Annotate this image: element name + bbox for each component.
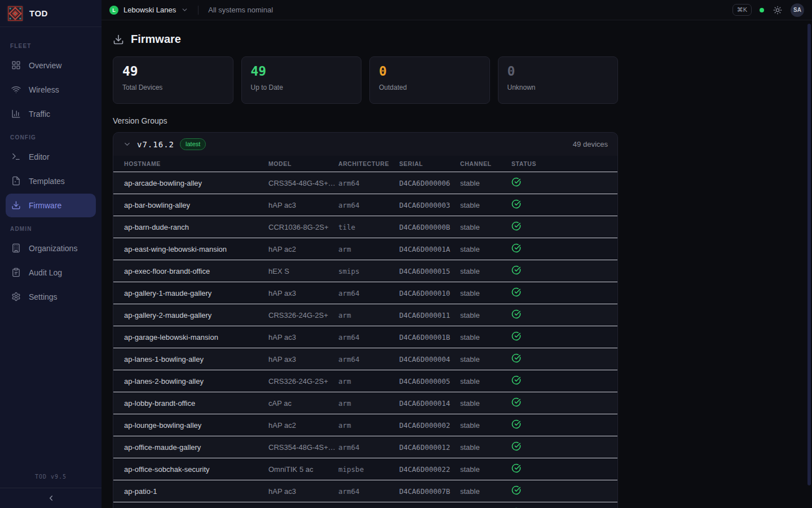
cell-architecture: arm [338,370,399,392]
table-row[interactable]: ap-exec-floor-brandt-officehEX SsmipsD4C… [113,260,617,282]
table-row[interactable]: ap-garage-lebowski-mansionhAP ac3arm64D4… [113,326,617,348]
cell-model: hAP ax3 [268,502,338,508]
cell-architecture: arm64 [338,480,399,502]
table-row[interactable]: ap-bar-bowling-alleyhAP ac3arm64D4CA6D00… [113,194,617,216]
nav-section-label-admin: ADMIN [6,218,96,237]
table-row[interactable]: ap-gallery-2-maude-galleryCRS326-24G-2S+… [113,304,617,326]
cell-serial: D4CA6D000005 [399,370,460,392]
table-row[interactable]: ap-barn-dude-ranchCCR1036-8G-2S+tileD4CA… [113,216,617,238]
table-row[interactable]: ap-office-maude-galleryCRS354-48G-4S+…ar… [113,436,617,458]
sidebar-item-label: Organizations [29,244,77,253]
cell-status [511,172,617,194]
sidebar-item-wireless[interactable]: Wireless [6,78,96,102]
cell-status [511,260,617,282]
cell-serial: D4CA6D000004 [399,348,460,370]
cell-model: CRS326-24G-2S+ [268,370,338,392]
topbar: L Lebowski Lanes All systems nominal ⌘K … [102,0,812,20]
cell-model: hAP ac2 [268,238,338,260]
cell-model: CRS326-24G-2S+ [268,304,338,326]
table-row[interactable]: ap-east-wing-lebowski-mansionhAP ac2armD… [113,238,617,260]
sidebar-item-traffic[interactable]: Traffic [6,102,96,126]
status-ok-icon [511,221,521,231]
device-table-body: ap-arcade-bowling-alleyCRS354-48G-4S+…ar… [113,172,617,508]
cell-status [511,216,617,238]
topbar-divider [198,6,198,15]
sidebar-collapse-button[interactable] [0,488,102,508]
table-row[interactable]: ap-lobby-brandt-officecAP acarmD4CA6D000… [113,392,617,414]
cell-architecture: arm64 [338,502,399,508]
chevron-down-icon[interactable] [123,140,131,148]
cell-hostname: ap-office-sobchak-security [113,458,268,480]
sidebar-item-label: Editor [29,152,50,161]
cell-model: CRS354-48G-4S+… [268,172,338,194]
sidebar-item-label: Templates [29,177,65,186]
table-row[interactable]: ap-office-sobchak-securityOmniTIK 5 acmi… [113,458,617,480]
stat-card-outdated: 0Outdated [369,56,490,104]
table-header-row: HOSTNAMEMODELARCHITECTURESERIALCHANNELST… [113,156,617,172]
cell-serial: D4CA6D000014 [399,392,460,414]
page-header: Firmware [113,33,618,46]
cell-serial: D4CA6D000002 [399,414,460,436]
sidebar-item-audit-log[interactable]: Audit Log [6,261,96,284]
cell-model: hAP ac3 [268,326,338,348]
column-header-channel: CHANNEL [460,156,511,172]
cell-serial: D4CA6D00007B [399,480,460,502]
section-title: Version Groups [113,116,618,125]
table-row[interactable]: ap-patio-2hAP ax3arm64D4CA6D00007Cstable [113,502,617,508]
org-selector[interactable]: Lebowski Lanes [123,6,176,14]
sidebar-item-templates[interactable]: Templates [6,169,96,193]
cell-hostname: ap-bar-bowling-alley [113,194,268,216]
table-row[interactable]: ap-patio-1hAP ac3arm64D4CA6D00007Bstable [113,480,617,502]
cell-channel: stable [460,480,511,502]
download-icon [113,34,124,45]
user-avatar[interactable]: SA [791,3,804,17]
cell-serial: D4CA6D000012 [399,436,460,458]
sidebar-item-label: Overview [29,61,61,70]
sidebar-item-label: Settings [29,292,58,301]
table-row[interactable]: ap-lanes-1-bowling-alleyhAP ax3arm64D4CA… [113,348,617,370]
grid-icon [11,60,21,71]
cell-status [511,326,617,348]
cell-channel: stable [460,502,511,508]
version-group-header[interactable]: v7.16.2 latest 49 devices [113,133,617,156]
cell-channel: stable [460,172,511,194]
table-row[interactable]: ap-gallery-1-maude-galleryhAP ax3arm64D4… [113,282,617,304]
table-row[interactable]: ap-lanes-2-bowling-alleyCRS326-24G-2S+ar… [113,370,617,392]
sidebar-item-overview[interactable]: Overview [6,54,96,77]
sidebar-item-label: Wireless [29,85,59,94]
chevron-down-icon[interactable] [181,6,188,14]
cell-serial: D4CA6D000010 [399,282,460,304]
table-row[interactable]: ap-lounge-bowling-alleyhAP ac2armD4CA6D0… [113,414,617,436]
sidebar: TOD FLEETOverviewWirelessTrafficCONFIGEd… [0,0,102,508]
cell-hostname: ap-gallery-2-maude-gallery [113,304,268,326]
sidebar-item-settings[interactable]: Settings [6,285,96,309]
scrollbar-thumb[interactable] [807,24,811,485]
cell-architecture: arm64 [338,348,399,370]
cell-model: OmniTIK 5 ac [268,458,338,480]
command-palette-shortcut[interactable]: ⌘K [732,4,752,16]
cell-channel: stable [460,370,511,392]
cell-hostname: ap-exec-floor-brandt-office [113,260,268,282]
theme-toggle-button[interactable] [772,5,783,16]
download-icon [11,200,21,211]
wifi-icon [11,85,21,95]
app-name: TOD [29,8,48,18]
cell-serial: D4CA6D00007C [399,502,460,508]
cell-status [511,502,617,508]
org-avatar: L [109,6,118,15]
app-logo-row: TOD [0,0,102,27]
device-table: HOSTNAMEMODELARCHITECTURESERIALCHANNELST… [113,156,617,508]
version-label: v7.16.2 [137,140,174,149]
device-count: 49 devices [573,140,608,148]
cell-hostname: ap-lobby-brandt-office [113,392,268,414]
sidebar-item-organizations[interactable]: Organizations [6,237,96,260]
status-ok-icon [511,265,521,275]
cell-architecture: arm [338,304,399,326]
table-row[interactable]: ap-arcade-bowling-alleyCRS354-48G-4S+…ar… [113,172,617,194]
sidebar-item-firmware[interactable]: Firmware [6,194,96,217]
column-header-hostname: HOSTNAME [113,156,268,172]
cell-serial: D4CA6D000003 [399,194,460,216]
sidebar-item-editor[interactable]: Editor [6,145,96,169]
cell-architecture: arm64 [338,436,399,458]
stat-label: Up to Date [251,84,352,91]
